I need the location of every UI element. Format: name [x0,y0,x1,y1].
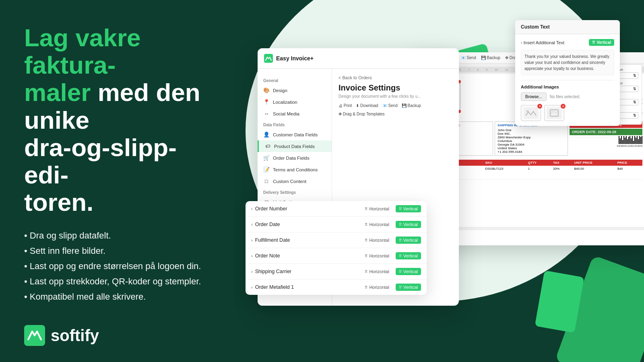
vertical-badge[interactable]: ⠿ Vertical [589,39,614,46]
vertical-btn-order-date[interactable]: ⠿ Vertical [396,221,421,228]
field-buttons-metafield: ⠿ Horizontal ⠿ Vertical [361,284,421,291]
grid-icon-v: ⠿ [399,254,402,258]
thumb-svg-2 [547,107,561,119]
sidebar-product-label: Product Data Fields [274,144,315,149]
softify-logo-icon [24,325,45,346]
chevron-icon: › [251,269,253,274]
toolbar-send-btn[interactable]: 📧 Send [461,56,476,60]
browse-row: Browse... No files selected. [521,93,614,101]
main-heading: Lag vakre faktura- maler med den unike d… [24,24,213,216]
page-subtitle: Design your document with a few clicks b… [339,94,452,99]
sidebar-data-fields-label: Data Fields [258,119,332,129]
browse-button[interactable]: Browse... [521,93,547,101]
chevron-icon: › [251,222,253,227]
shipping-name: John Doe [497,128,565,132]
sidebar-item-order-data[interactable]: 🛒 Order Data Fields [258,152,332,164]
grid-icon: ⠿ [365,285,367,290]
grid-icon: ⠿ [365,207,367,211]
toolbar: 🖨 Print ⬇ Download 📧 Send 💾 Backup ✥ Dra… [339,103,452,116]
terms-icon: 📝 [263,167,270,173]
shipping-state: Georgia GA 31904 [497,143,565,146]
horizontal-btn-metafield[interactable]: ⠿ Horizontal [361,284,392,291]
vertical-btn-fulfillment[interactable]: ⠿ Vertical [396,237,421,244]
vertical-btn-shipping-carrier[interactable]: ⠿ Vertical [396,268,421,275]
sidebar-item-localization[interactable]: 📍 Localization [258,96,332,108]
heading-highlight-2: maler [24,78,91,106]
back-link[interactable]: Back to Orders [339,75,452,80]
page-title: Invoice Settings [339,83,452,93]
app-header: Easy Invoice+ [258,48,459,69]
toolbar-download[interactable]: ⬇ Download [356,103,378,108]
field-label-fulfillment: Fulfillment Date [255,237,362,243]
heading-normal-3: med den [91,78,200,106]
sidebar-item-customer-data[interactable]: 👤 Customer Data Fields [258,129,332,140]
toolbar-backup[interactable]: 💾 Backup [402,103,421,108]
sidebar-item-custom-content[interactable]: □ Custom Content [258,175,332,187]
grid-icon-v: ⠿ [399,285,402,290]
chevron-icon: › [251,285,253,290]
col-tax: TAX [551,160,572,166]
horizontal-btn-order-number[interactable]: ⠿ Horizontal [361,205,392,212]
shipping-cell: SHIPPING INFORMATION: John Doe Doe INC. … [495,121,568,156]
sidebar-customer-label: Customer Data Fields [273,132,318,137]
image-thumb-2: ✕ [544,105,564,121]
toolbar-print[interactable]: 🖨 Print [339,103,352,108]
field-buttons-order-date: ⠿ Horizontal ⠿ Vertical [361,221,421,228]
heading-normal-5: dra-og-slipp-edi- [24,134,177,189]
sidebar-item-product-data[interactable]: 🏷 Product Data Fields [258,140,332,152]
customer-icon: 👤 [263,132,270,138]
bullet-list: Dra og slipp datafelt. Sett inn flere bi… [24,230,213,302]
barcode-box: 8309829119461453509 [570,136,642,147]
custom-text-popup: Custom Text › Insert Additional Text ⠿ V… [515,20,620,126]
col-qty: QTTY [526,160,551,166]
chevron-icon: › [251,206,253,211]
delete-image-1[interactable]: ✕ [537,104,542,109]
order-info-cell: ORDER NO: #1001 ORDER DATE: 2022-09-28 8… [570,121,642,156]
order-date-box: ORDER DATE: 2022-09-28 [570,129,642,135]
shipping-street: 2800 Manchester Expy [497,136,565,139]
grid-icon: ⠿ [365,238,367,243]
grid-icon-v: ⠿ [399,222,402,227]
field-buttons-order-note: ⠿ Horizontal ⠿ Vertical [361,252,421,259]
toolbar-dnd[interactable]: ✥ Drag & Drop Templates [339,112,385,116]
item-qty: 1 [526,166,551,180]
horizontal-btn-shipping-carrier[interactable]: ⠿ Horizontal [361,268,392,275]
field-label-order-note: Order Note [255,253,362,259]
popup-text-content: Thank you for your valued business. We g… [521,50,614,75]
vertical-btn-metafield[interactable]: ⠿ Vertical [396,284,421,291]
delete-image-2[interactable]: ✕ [561,104,566,109]
insert-text-row: › Insert Additional Text ⠿ Vertical [521,39,614,46]
toolbar-send[interactable]: 📧 Send [382,103,398,108]
svg-point-3 [526,110,529,113]
grid-icon-v: ⠿ [399,207,402,211]
horizontal-btn-order-date[interactable]: ⠿ Horizontal [361,221,392,228]
sidebar-general-label: General [258,75,332,84]
grid-icon-v: ⠿ [399,269,402,274]
heading-highlight-1: Lag vakre faktura- [24,24,141,79]
svg-rect-4 [547,107,561,119]
bullet-item-1: Dra og slipp datafelt. [24,230,213,241]
data-fields-panel: › Order Number ⠿ Horizontal ⠿ Vertical ›… [246,201,427,295]
horizontal-btn-order-note[interactable]: ⠿ Horizontal [361,252,392,259]
left-panel: Lag vakre faktura- maler med den unike d… [0,0,233,362]
vertical-btn-order-note[interactable]: ⠿ Vertical [396,252,421,259]
sidebar-item-terms[interactable]: 📝 Terms and Conditions [258,164,332,175]
barcode-num: 8309829119461453509 [617,145,642,147]
bullet-item-4: Last opp strekkoder, QR-koder og stemple… [24,276,213,287]
item-unit-price: $40.00 [572,166,615,180]
sidebar-item-social-media[interactable]: ↔ Social Media [258,108,332,119]
toolbar-backup-btn[interactable]: 💾 Backup [481,56,500,60]
col-unit-price: UNIT PRICE [572,160,615,166]
item-price: $40 [615,166,642,180]
image-thumbs: ✕ ✕ [521,105,614,121]
field-label-order-date: Order Date [255,222,362,227]
thumb-svg-1 [524,107,538,119]
field-buttons-shipping-carrier: ⠿ Horizontal ⠿ Vertical [361,268,421,275]
sidebar-item-design[interactable]: 🎨 Design [258,84,332,96]
horizontal-btn-fulfillment[interactable]: ⠿ Horizontal [361,237,392,244]
sidebar-delivery-label: Delivery Settings [258,187,332,196]
custom-icon: □ [263,178,270,184]
vertical-btn-order-number[interactable]: ⠿ Vertical [396,205,421,212]
grid-icon-v: ⠿ [399,238,402,243]
heading-normal-6: toren. [24,188,93,216]
